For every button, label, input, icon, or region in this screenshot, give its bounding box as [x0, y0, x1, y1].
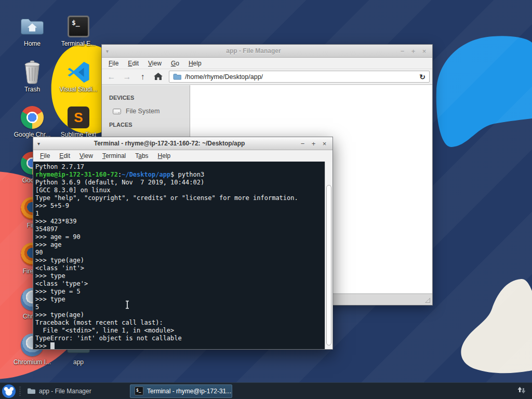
file-manager-menubar: FileEditViewGoHelp	[102, 58, 432, 69]
terminal-titlebar[interactable]: ▾ Terminal - rhyme@ip-172-31-160-72: ~/D…	[33, 137, 332, 150]
path-text: /home/rhyme/Desktop/app/	[185, 73, 263, 81]
desktop-icon-label: Visual Studi...	[59, 86, 97, 93]
close-button[interactable]: ×	[321, 137, 328, 150]
terminal-line: File "<stdin>", line 1, in <module>	[35, 327, 324, 335]
home-button[interactable]	[151, 71, 165, 83]
xubuntu-logo-icon	[2, 384, 16, 398]
chrome-icon	[21, 106, 44, 129]
folder-icon	[173, 73, 181, 80]
terminal-line: rhyme@ip-172-31-160-72:~/Desktop/app$ py…	[35, 171, 324, 179]
terminal-line: Traceback (most recent call last):	[35, 319, 324, 327]
updown-arrows-icon	[515, 385, 528, 395]
terminal-line: TypeError: 'int' object is not callable	[35, 335, 324, 342]
file-manager-titlebar[interactable]: ▾ app - File Manager − + ×	[102, 45, 432, 58]
terminal-window: ▾ Terminal - rhyme@ip-172-31-160-72: ~/D…	[33, 137, 333, 350]
terminal-menubar: FileEditViewTerminalTabsHelp	[33, 150, 332, 162]
taskbar-button-label: Terminal - rhyme@ip-172-31...	[147, 388, 231, 395]
maximize-button[interactable]: +	[409, 45, 417, 58]
sidebar-item-label: File System	[126, 108, 159, 115]
menu-item-file[interactable]: File	[35, 152, 55, 159]
minimize-button[interactable]: −	[299, 137, 307, 150]
maximize-button[interactable]: +	[310, 137, 317, 150]
terminal-line: 5	[35, 303, 324, 311]
taskbar-button-file-manager[interactable]: app - File Manager	[23, 384, 125, 398]
window-menu-icon[interactable]: ▾	[106, 48, 109, 54]
desktop-icon-label: Trash	[24, 86, 40, 93]
applications-menu-button[interactable]	[2, 384, 16, 398]
terminal-line: 354897	[35, 225, 324, 233]
terminal-line: >>> type(age)	[35, 257, 324, 264]
sublime-text-icon: S	[68, 107, 89, 128]
terminal-line: Type "help", "copyright", "credits" or "…	[35, 194, 324, 202]
desktop-icon-label: Home	[24, 40, 41, 47]
taskbar-button-label: app - File Manager	[39, 388, 91, 395]
terminal-line: >>> type	[35, 296, 324, 303]
scrollbar-thumb[interactable]	[326, 185, 331, 345]
vscode-icon	[66, 59, 90, 86]
back-button[interactable]: ←	[104, 71, 118, 83]
terminal-line: 1	[35, 210, 324, 218]
places-header: PLACES	[102, 119, 190, 130]
forward-button[interactable]: →	[120, 71, 134, 83]
desktop-icon-home[interactable]: Home	[8, 15, 56, 47]
wallpaper-blue-blob	[436, 36, 532, 147]
home-icon	[154, 73, 163, 81]
menu-item-view[interactable]: View	[143, 60, 166, 67]
desktop-icon-google-chr[interactable]: Google Chr...	[8, 105, 56, 138]
resize-grip[interactable]	[425, 298, 430, 303]
taskbar-button-terminal[interactable]: $_Terminal - rhyme@ip-172-31...	[130, 384, 232, 398]
taskbar: app - File Manager$_Terminal - rhyme@ip-…	[0, 382, 532, 399]
terminal-line: Python 2.7.17	[35, 163, 324, 171]
terminal-line: >>> type = 5	[35, 288, 324, 296]
terminal-line: >>>	[35, 342, 324, 349]
menu-item-tabs[interactable]: Tabs	[130, 152, 153, 159]
desktop-icon-sublime-text[interactable]: SSublime Text	[55, 105, 102, 138]
menu-item-help[interactable]: Help	[184, 60, 206, 67]
desktop-icon-label: app	[73, 358, 84, 366]
trash-icon	[22, 60, 43, 84]
menu-item-edit[interactable]: Edit	[55, 152, 75, 159]
terminal-line: 90	[35, 249, 324, 257]
terminal-line: [GCC 8.3.0] on linux	[35, 187, 324, 194]
wallpaper-white-blob	[461, 279, 532, 373]
terminal-cursor	[50, 342, 55, 349]
desktop-icon-terminal-e[interactable]: $_Terminal E...	[55, 15, 102, 47]
menu-item-edit[interactable]: Edit	[123, 60, 143, 67]
drive-icon	[113, 108, 121, 115]
terminal-line: >>> age	[35, 241, 324, 249]
menu-item-terminal[interactable]: Terminal	[98, 152, 130, 159]
terminal-line: <class 'type'>	[35, 280, 324, 288]
menu-item-view[interactable]: View	[75, 152, 98, 159]
terminal-icon: $_	[68, 16, 89, 37]
desktop-icon-label: Chromium I...	[14, 358, 51, 366]
close-button[interactable]: ×	[420, 45, 428, 58]
minimize-button[interactable]: −	[398, 45, 406, 58]
window-menu-icon[interactable]: ▾	[37, 141, 40, 147]
terminal-line: <class 'int'>	[35, 264, 324, 272]
terminal-title: Terminal - rhyme@ip-172-31-160-72: ~/Des…	[43, 140, 296, 147]
terminal-scrollbar[interactable]	[325, 162, 332, 349]
desktop-icon-label: Terminal E...	[61, 40, 96, 47]
refresh-icon[interactable]: ↻	[419, 73, 425, 81]
terminal-icon: $_	[135, 387, 143, 395]
menu-item-go[interactable]: Go	[166, 60, 184, 67]
desktop-icon-trash[interactable]: Trash	[8, 60, 56, 93]
menu-item-help[interactable]: Help	[153, 152, 176, 159]
menu-item-file[interactable]: File	[104, 60, 123, 67]
window-buttons: app - File Manager$_Terminal - rhyme@ip-…	[23, 384, 237, 398]
notification-area[interactable]	[515, 385, 528, 397]
tasklist-handle	[19, 387, 21, 396]
terminal-line: Python 3.6.9 (default, Nov 7 2019, 10:44…	[35, 179, 324, 187]
terminal-line: >>> age = 90	[35, 233, 324, 241]
home-folder-icon	[20, 17, 44, 36]
path-bar[interactable]: /home/rhyme/Desktop/app/ ↻	[169, 71, 430, 83]
up-button[interactable]: ↑	[136, 71, 150, 83]
terminal-line: >>> type	[35, 272, 324, 280]
sidebar-item-file-system[interactable]: File System	[102, 103, 190, 119]
terminal-output[interactable]: Python 2.7.17rhyme@ip-172-31-160-72:~/De…	[33, 162, 332, 349]
terminal-line: >>> 423*839	[35, 218, 324, 225]
folder-icon	[27, 388, 35, 394]
terminal-line: >>> type(age)	[35, 311, 324, 319]
terminal-line: >>> 5+5-9	[35, 202, 324, 210]
desktop-icon-visual-studi[interactable]: Visual Studi...	[55, 60, 102, 93]
